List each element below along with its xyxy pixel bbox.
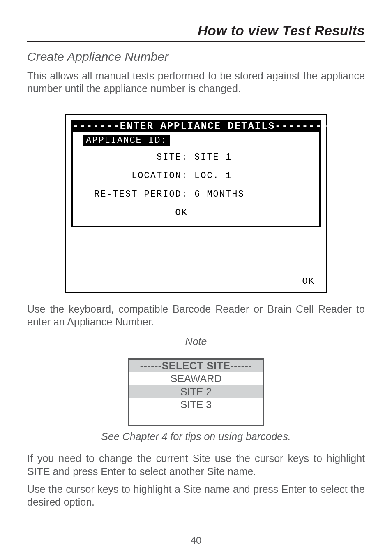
page-number: 40 [0,535,392,546]
location-value: LOC. 1 [194,169,319,183]
section-heading: Create Appliance Number [27,50,365,64]
select-site-item-site3[interactable]: SITE 3 [129,398,263,411]
intro-paragraph: This allows all manual tests performed t… [27,70,365,95]
select-site-item-site2[interactable]: SITE 2 [129,385,263,398]
select-site-header: ------SELECT SITE------ [129,360,263,372]
note-label: Note [27,336,365,348]
after-device-paragraph: Use the keyboard, compatible Barcode Rea… [27,303,365,329]
header-rule [27,41,365,42]
appliance-id-chip[interactable]: APPLIANCE ID: [83,135,170,146]
running-header: How to view Test Results [27,23,365,41]
barcode-caption: See Chapter 4 for tips on using barcodes… [27,430,365,443]
appliance-id-row: APPLIANCE ID: [73,132,319,150]
device-inner-panel: -------ENTER APPLIANCE DETAILS-------- A… [71,120,321,227]
select-site-box: ------SELECT SITE------ SEAWARD SITE 2 S… [128,358,264,426]
ok-outer[interactable]: OK [66,272,326,292]
select-site-item-seaward[interactable]: SEAWARD [129,372,263,385]
ok-inner[interactable]: OK [81,206,188,220]
device-frame: -------ENTER APPLIANCE DETAILS-------- A… [65,114,327,293]
retest-label: RE-TEST PERIOD: [81,187,188,202]
device-title-bar: -------ENTER APPLIANCE DETAILS-------- [73,120,319,132]
page: How to view Test Results Create Applianc… [0,0,392,557]
site-label: SITE: [81,150,188,165]
location-label: LOCATION: [81,169,188,183]
change-site-paragraph: If you need to change the current Site u… [27,452,365,478]
site-value: SITE 1 [194,150,319,165]
device-spacer [66,227,326,272]
device-fields: SITE: SITE 1 LOCATION: LOC. 1 RE-TEST PE… [73,150,319,220]
select-site-paragraph: Use the cursor keys to highlight a Site … [27,483,365,509]
retest-value: 6 MONTHS [194,187,319,202]
